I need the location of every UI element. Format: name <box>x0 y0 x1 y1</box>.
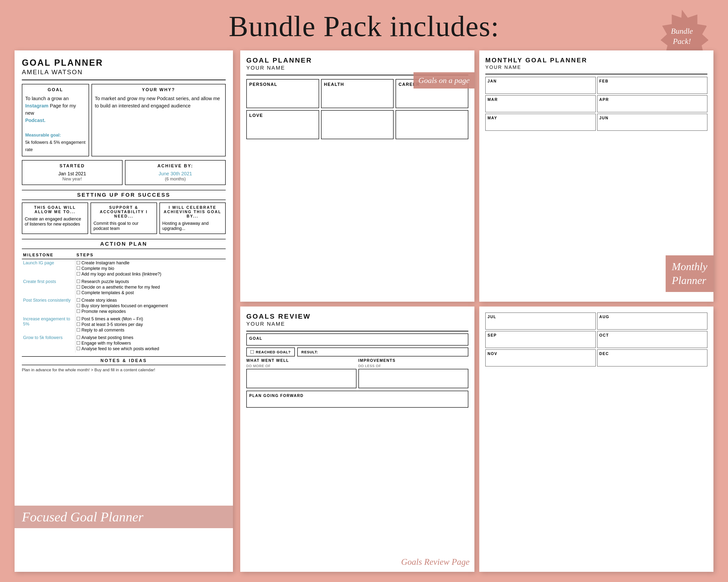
step-text: Add my logo and podcast links (linktree?… <box>81 272 161 277</box>
right-side: GOAL PLANNER YOUR NAME Goals on a page P… <box>240 51 713 572</box>
do-less-label: DO LESS OF <box>358 364 469 368</box>
step-checkbox[interactable] <box>77 267 80 270</box>
monthly-title: MONTHLY GOAL PLANNER <box>485 56 707 64</box>
step-item: Engage with my followers <box>77 341 225 346</box>
monthly-planner-doc: MONTHLY GOAL PLANNER YOUR NAME JANFEBMAR… <box>479 51 713 302</box>
step-text: Complete my bio <box>81 266 114 271</box>
reached-row: REACHED GOAL? RESULT: <box>246 348 468 357</box>
month-label: DEC <box>599 352 705 356</box>
step-checkbox[interactable] <box>77 328 80 332</box>
step-item: Analyse feed to see which posts worked <box>77 346 225 351</box>
step-item: Promote new episodes <box>77 309 225 314</box>
success-col2-text: Commit this goal to our podcast team <box>94 221 154 231</box>
steps-cell: Research puzzle layouts Decide on a aest… <box>75 278 226 297</box>
step-checkbox[interactable] <box>77 304 80 307</box>
love-label: LOVE <box>249 113 316 118</box>
month-label: MAR <box>488 98 594 102</box>
started-box: STARTED Jan 1st 2021 New year! <box>22 160 123 185</box>
milestone-name: Increase engagement to 5% <box>22 315 75 334</box>
goal-planner-doc: GOAL PLANNER AMEILA WATSON GOAL To launc… <box>15 51 233 572</box>
success-col3-label: I WILL CELEBRATE ACHIEVING THIS GOAL BY.… <box>162 205 223 219</box>
month-cell: OCT <box>597 331 708 348</box>
step-checkbox[interactable] <box>77 323 80 326</box>
bundle-badge-text: Bundle Pack! <box>671 26 693 46</box>
step-item: Reply to all comments <box>77 328 225 333</box>
success-col1-label: THIS GOAL WILL ALLOW ME TO... <box>25 205 85 214</box>
milestone-col-header: MILESTONE <box>22 251 75 259</box>
milestone-row: Post Stories consistently Create story i… <box>22 297 226 315</box>
goal-review-label: GOAL <box>249 336 465 341</box>
milestone-name: Launch IG page <box>22 259 75 278</box>
month-label: JUL <box>488 315 594 319</box>
started-note: New year! <box>25 176 119 182</box>
step-text: Create story ideas <box>81 298 117 303</box>
do-more-col <box>246 369 357 388</box>
step-item: Complete templates & post <box>77 290 225 295</box>
month-label: NOV <box>488 352 594 356</box>
step-checkbox[interactable] <box>77 291 80 294</box>
success-grid: THIS GOAL WILL ALLOW ME TO... Create an … <box>22 202 226 234</box>
review-divider <box>246 331 468 332</box>
step-text: Post 5 times a week (Mon – Fri) <box>81 316 143 322</box>
monthly-divider <box>485 74 707 75</box>
focused-overlay: Focused Goal Planner <box>15 506 233 528</box>
empty-box1 <box>321 110 394 139</box>
plan-forward-label: PLAN GOING FORWARD <box>249 394 465 398</box>
step-checkbox[interactable] <box>77 285 80 288</box>
month-label: OCT <box>599 333 705 337</box>
why-text: To market and grow my new Podcast series… <box>95 95 222 109</box>
health-box: HEALTH <box>321 79 394 108</box>
goal-planner-name: AMEILA WATSON <box>22 68 226 76</box>
health-label: HEALTH <box>324 82 391 87</box>
goals-on-page-title: GOAL PLANNER <box>246 56 468 64</box>
step-checkbox[interactable] <box>77 341 80 344</box>
plan-forward-field: PLAN GOING FORWARD <box>246 391 468 408</box>
success-col2: SUPPORT & ACCOUNTABILITY I NEED... Commi… <box>90 202 157 234</box>
monthly-name: YOUR NAME <box>485 64 707 70</box>
step-checkbox[interactable] <box>77 261 80 264</box>
why-label: YOUR WHY? <box>95 87 222 92</box>
success-col3: I WILL CELEBRATE ACHIEVING THIS GOAL BY.… <box>159 202 226 234</box>
steps-cell: Create story ideas Buy story templates f… <box>75 297 226 315</box>
action-plan-header: ACTION PLAN <box>22 239 226 249</box>
step-checkbox[interactable] <box>77 347 80 350</box>
step-item: Research puzzle layouts <box>77 279 225 284</box>
month-cell: MAR <box>485 95 596 112</box>
step-text: Decide on a aesthetic theme for my feed <box>81 285 160 290</box>
step-checkbox[interactable] <box>77 298 80 302</box>
month-cell: AUG <box>597 312 708 330</box>
step-text: Buy story templates focused on engagemen… <box>81 303 168 308</box>
step-text: Engage with my followers <box>81 341 131 346</box>
empty-box2 <box>395 110 468 139</box>
step-item: Add my logo and podcast links (linktree?… <box>77 272 225 277</box>
what-went-well-col: WHAT WENT WELL DO MORE OF <box>246 358 357 388</box>
step-checkbox[interactable] <box>77 317 80 320</box>
month-cell: JUN <box>597 114 708 131</box>
step-checkbox[interactable] <box>77 280 80 283</box>
do-less-col <box>358 369 469 388</box>
step-item: Post 5 times a week (Mon – Fri) <box>77 316 225 322</box>
love-box: LOVE <box>246 110 319 139</box>
main-content: GOAL PLANNER AMEILA WATSON GOAL To launc… <box>0 51 728 572</box>
result-label: RESULT: <box>302 350 318 354</box>
month-cell: APR <box>597 95 708 112</box>
month-label: FEB <box>599 79 705 83</box>
reached-box: REACHED GOAL? <box>246 348 295 357</box>
step-checkbox[interactable] <box>77 336 80 339</box>
step-item: Buy story templates focused on engagemen… <box>77 303 225 308</box>
goal-review-field: GOAL <box>246 333 468 345</box>
month-cell: FEB <box>597 77 708 94</box>
step-item: Decide on a aesthetic theme for my feed <box>77 285 225 290</box>
what-went-well-label: WHAT WENT WELL <box>246 358 357 363</box>
step-item: Analyse best posting times <box>77 335 225 340</box>
do-more-label: DO MORE OF <box>246 364 357 368</box>
goals-on-page-name: YOUR NAME <box>246 65 468 71</box>
step-checkbox[interactable] <box>77 272 80 275</box>
achieve-date: June 30th 2021 <box>128 171 222 176</box>
reached-checkbox[interactable] <box>251 350 254 354</box>
month-cell: MAY <box>485 114 596 131</box>
step-checkbox[interactable] <box>77 309 80 313</box>
step-item: Create story ideas <box>77 298 225 303</box>
success-col3-text: Hosting a giveaway and upgrading... <box>162 221 223 231</box>
dates-grid: STARTED Jan 1st 2021 New year! ACHIEVE B… <box>22 160 226 185</box>
